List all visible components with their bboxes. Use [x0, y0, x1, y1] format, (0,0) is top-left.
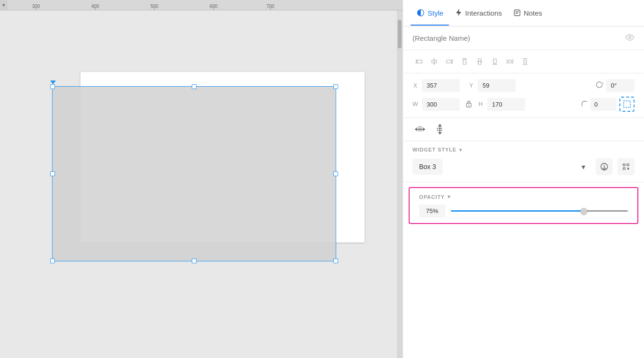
- opacity-header: OPACITY ▾: [419, 194, 628, 200]
- align-left-edge[interactable]: [412, 55, 426, 68]
- anchor-indicator: [50, 81, 56, 84]
- svg-rect-4: [434, 58, 435, 65]
- scrollbar-vertical[interactable]: [397, 10, 402, 358]
- align-horizontal-center[interactable]: [428, 55, 441, 68]
- element-name: (Rectangle Name): [412, 34, 470, 42]
- style-apply-button[interactable]: [617, 158, 635, 175]
- opacity-chevron[interactable]: ▾: [447, 194, 451, 200]
- svg-rect-14: [507, 59, 508, 64]
- element-name-row: (Rectangle Name): [403, 27, 644, 50]
- svg-rect-6: [452, 59, 453, 64]
- canvas-content: [0, 10, 402, 358]
- canvas-area: ▼ 300 400 500 600 700: [0, 0, 402, 358]
- svg-point-21: [468, 104, 469, 105]
- svg-rect-17: [523, 58, 528, 59]
- svg-rect-16: [509, 60, 511, 63]
- svg-rect-7: [447, 60, 451, 63]
- svg-rect-12: [492, 64, 497, 65]
- opacity-section: OPACITY ▾: [409, 187, 638, 224]
- y-label: Y: [468, 82, 474, 89]
- widget-style-select[interactable]: Box 3 Box 1 Box 2: [412, 159, 443, 175]
- align-bottom-edge[interactable]: [488, 55, 501, 68]
- opacity-row: [419, 205, 628, 217]
- vertical-spacing-btn[interactable]: [432, 122, 447, 137]
- svg-rect-3: [417, 60, 422, 63]
- align-right-edge[interactable]: [443, 55, 456, 68]
- svg-rect-2: [416, 59, 417, 64]
- ruler-mark-500: 500: [151, 4, 159, 10]
- tab-notes[interactable]: Notes: [508, 1, 548, 26]
- h-label: H: [478, 101, 483, 107]
- align-top-edge[interactable]: [458, 55, 471, 68]
- widget-style-header: WIDGET STYLE ▾: [403, 141, 644, 156]
- distribute-horizontal[interactable]: [503, 55, 517, 68]
- ruler-mark-400: 400: [91, 4, 99, 10]
- lock-icon[interactable]: [465, 100, 472, 109]
- y-input[interactable]: [478, 79, 516, 92]
- xy-row: X Y: [412, 79, 635, 92]
- w-label: W: [412, 101, 418, 107]
- widget-style-label: WIDGET STYLE: [412, 147, 456, 152]
- corner-radius-input[interactable]: [590, 98, 617, 111]
- selected-rectangle[interactable]: [52, 86, 336, 261]
- tabs-bar: Style Interactions Notes: [403, 0, 644, 27]
- svg-rect-8: [462, 58, 467, 59]
- rotation-input[interactable]: [606, 79, 635, 92]
- svg-rect-22: [624, 101, 630, 107]
- ruler-corner: ▼: [0, 0, 8, 10]
- widget-style-chevron[interactable]: ▾: [459, 147, 462, 152]
- svg-point-1: [629, 36, 631, 39]
- svg-rect-15: [512, 59, 513, 64]
- tab-interactions-label: Interactions: [465, 9, 502, 17]
- svg-rect-9: [463, 60, 466, 64]
- tab-style[interactable]: Style: [411, 1, 449, 26]
- panel-content: (Rectangle Name): [403, 27, 644, 358]
- corner-radius-icon: [581, 100, 588, 108]
- right-panel: Style Interactions Notes (Rectangle Name…: [402, 0, 644, 358]
- scroll-thumb[interactable]: [398, 20, 402, 48]
- rotation-icon: [596, 81, 603, 90]
- ruler-mark-300: 300: [32, 4, 40, 10]
- ruler-mark-600: 600: [210, 4, 218, 10]
- align-tools: [403, 50, 644, 73]
- opacity-value-input[interactable]: [419, 205, 445, 217]
- widget-style-section: WIDGET STYLE ▾ Box 3 Box 1 Box 2: [403, 141, 644, 182]
- note-icon: [513, 9, 521, 17]
- position-size-section: X Y W: [403, 73, 644, 118]
- opacity-thumb[interactable]: [581, 208, 587, 215]
- style-import-button[interactable]: [596, 158, 613, 175]
- visibility-icon[interactable]: [625, 33, 635, 43]
- svg-rect-13: [493, 59, 496, 63]
- svg-rect-0: [514, 10, 520, 16]
- widget-style-select-wrap: Box 3 Box 1 Box 2: [412, 159, 591, 175]
- corner-style-button[interactable]: [619, 97, 635, 112]
- svg-rect-18: [523, 64, 528, 65]
- x-input[interactable]: [422, 79, 460, 92]
- ruler-mark-700: 700: [267, 4, 275, 10]
- w-input[interactable]: [422, 98, 460, 111]
- wh-row: W H: [412, 97, 635, 112]
- horizontal-spacing-btn[interactable]: [412, 122, 428, 137]
- opacity-label: OPACITY: [419, 194, 445, 200]
- widget-style-row: Box 3 Box 1 Box 2: [403, 156, 644, 182]
- spacing-tools: [403, 118, 644, 141]
- align-vertical-center[interactable]: [473, 55, 486, 68]
- opacity-track: [451, 210, 628, 212]
- tab-notes-label: Notes: [524, 9, 542, 17]
- x-label: X: [412, 82, 418, 89]
- svg-rect-19: [524, 60, 527, 63]
- bolt-icon: [455, 9, 462, 17]
- style-icon: [416, 9, 425, 17]
- tab-style-label: Style: [428, 9, 443, 17]
- h-input[interactable]: [487, 98, 525, 111]
- distribute-vertical[interactable]: [519, 55, 532, 68]
- opacity-slider-wrap[interactable]: [451, 206, 628, 216]
- tab-interactions[interactable]: Interactions: [449, 1, 508, 26]
